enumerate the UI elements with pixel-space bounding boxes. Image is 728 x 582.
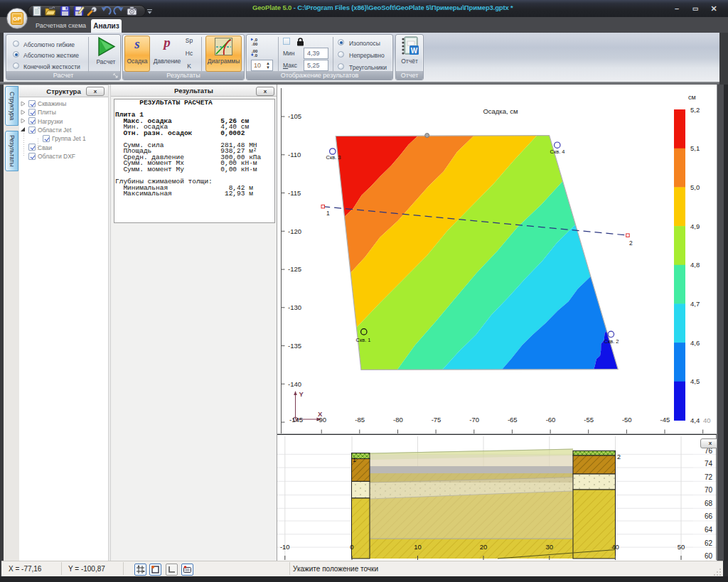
svg-text:Скв. 1: Скв. 1 — [355, 337, 370, 343]
svg-text:см: см — [688, 94, 696, 101]
svg-text:-140: -140 — [288, 380, 301, 388]
svg-text:Скв. 3: Скв. 3 — [326, 154, 341, 161]
svg-text:-65: -65 — [508, 416, 518, 424]
svg-text:5,2: 5,2 — [690, 106, 700, 114]
svg-text:4,6: 4,6 — [690, 339, 700, 347]
svg-text:-75: -75 — [432, 416, 441, 424]
svg-text:66: 66 — [705, 512, 713, 520]
svg-text:-125: -125 — [288, 265, 301, 273]
svg-text:-50: -50 — [622, 416, 632, 424]
svg-text:Y: Y — [299, 390, 304, 398]
svg-text:68: 68 — [705, 500, 713, 507]
svg-text:-90: -90 — [316, 416, 326, 424]
svg-text:-60: -60 — [546, 416, 556, 424]
svg-text:2: 2 — [617, 453, 621, 460]
svg-text:40: 40 — [703, 416, 711, 424]
svg-text:62: 62 — [705, 539, 713, 547]
svg-text:Осадка, см: Осадка, см — [483, 107, 518, 115]
svg-text:-135: -135 — [288, 342, 301, 350]
svg-text:-110: -110 — [288, 151, 301, 158]
svg-text:Скв. 2: Скв. 2 — [604, 338, 619, 345]
svg-text:-45: -45 — [660, 416, 670, 424]
svg-text:-10: -10 — [280, 543, 290, 551]
svg-text:60: 60 — [705, 552, 713, 560]
svg-text:30: 30 — [546, 543, 554, 551]
svg-text:74: 74 — [705, 460, 713, 468]
svg-text:64: 64 — [705, 526, 713, 534]
svg-text:5,1: 5,1 — [690, 144, 700, 152]
svg-text:W: W — [411, 47, 418, 55]
svg-text:70: 70 — [705, 486, 713, 494]
svg-text:72: 72 — [705, 473, 713, 481]
svg-text:2: 2 — [629, 239, 633, 247]
svg-text:-130: -130 — [288, 303, 301, 311]
svg-text:-120: -120 — [288, 227, 301, 235]
svg-text:-70: -70 — [469, 416, 479, 424]
svg-text:Скв. 4: Скв. 4 — [550, 149, 564, 155]
svg-text:50: 50 — [678, 543, 685, 551]
svg-text:,00: ,00 — [252, 42, 258, 46]
svg-text:10: 10 — [414, 543, 422, 551]
svg-text:4,9: 4,9 — [690, 222, 700, 230]
svg-text:-80: -80 — [393, 416, 403, 424]
svg-text:-105: -105 — [288, 112, 301, 120]
svg-text:-55: -55 — [584, 416, 594, 424]
svg-text:-85: -85 — [355, 416, 365, 424]
svg-text:1: 1 — [353, 456, 356, 463]
svg-text:1: 1 — [326, 210, 330, 217]
svg-text:0: 0 — [350, 543, 353, 551]
svg-text:4,5: 4,5 — [690, 377, 700, 385]
svg-text:4,8: 4,8 — [690, 261, 700, 269]
svg-text:4,7: 4,7 — [690, 300, 700, 308]
svg-text:-145: -145 — [289, 416, 303, 424]
svg-text:4,4: 4,4 — [690, 416, 700, 424]
svg-text:20: 20 — [480, 543, 488, 551]
svg-text:-115: -115 — [288, 189, 301, 197]
svg-text:,0: ,0 — [254, 53, 258, 58]
svg-text:40: 40 — [611, 543, 619, 551]
svg-text:5,0: 5,0 — [690, 183, 700, 191]
